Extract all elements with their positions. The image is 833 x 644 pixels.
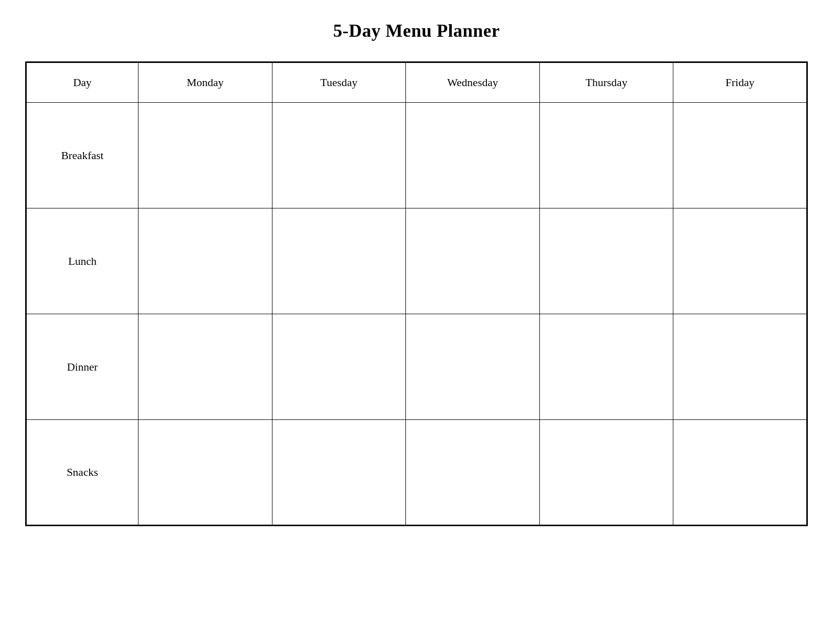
- wednesday-cell[interactable]: [406, 314, 540, 420]
- day-label: Breakfast: [26, 103, 138, 208]
- monday-cell[interactable]: [138, 103, 272, 208]
- tuesday-cell[interactable]: [272, 103, 406, 208]
- friday-cell[interactable]: [673, 314, 807, 420]
- meal-row-lunch: Lunch: [26, 208, 807, 314]
- monday-cell[interactable]: [138, 208, 272, 314]
- monday-cell[interactable]: [138, 314, 272, 420]
- thursday-cell[interactable]: [539, 208, 673, 314]
- thursday-cell[interactable]: [539, 420, 673, 526]
- page-title: 5-Day Menu Planner: [333, 20, 500, 41]
- tuesday-cell[interactable]: [272, 420, 406, 526]
- friday-cell[interactable]: [673, 208, 807, 314]
- col-header-day: Day: [26, 62, 138, 103]
- col-header-monday: Monday: [138, 62, 272, 103]
- wednesday-cell[interactable]: [406, 420, 540, 526]
- friday-cell[interactable]: [673, 103, 807, 208]
- day-label: Lunch: [26, 208, 138, 314]
- planner-table: Day Monday Tuesday Wednesday Thursday Fr…: [25, 61, 808, 526]
- header-row: Day Monday Tuesday Wednesday Thursday Fr…: [26, 62, 807, 103]
- monday-cell[interactable]: [138, 420, 272, 526]
- meal-row-dinner: Dinner: [26, 314, 807, 420]
- col-header-wednesday: Wednesday: [406, 62, 540, 103]
- friday-cell[interactable]: [673, 420, 807, 526]
- day-label: Snacks: [26, 420, 138, 526]
- meal-row-breakfast: Breakfast: [26, 103, 807, 208]
- meal-row-snacks: Snacks: [26, 420, 807, 526]
- tuesday-cell[interactable]: [272, 314, 406, 420]
- thursday-cell[interactable]: [539, 314, 673, 420]
- thursday-cell[interactable]: [539, 103, 673, 208]
- col-header-friday: Friday: [673, 62, 807, 103]
- col-header-tuesday: Tuesday: [272, 62, 406, 103]
- col-header-thursday: Thursday: [539, 62, 673, 103]
- wednesday-cell[interactable]: [406, 103, 540, 208]
- day-label: Dinner: [26, 314, 138, 420]
- tuesday-cell[interactable]: [272, 208, 406, 314]
- wednesday-cell[interactable]: [406, 208, 540, 314]
